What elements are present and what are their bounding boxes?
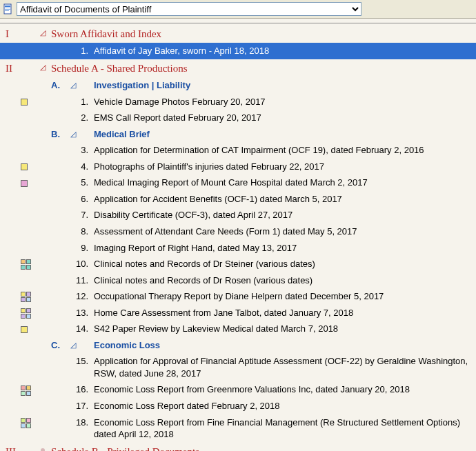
outline-item[interactable]: 1.Vehicle Damage Photos February 20, 201… (6, 94, 470, 110)
collapsed-dot-icon[interactable] (41, 448, 45, 451)
item-text: Economic Loss Report from Greenmore Valu… (94, 383, 470, 396)
section-roman: II (6, 61, 19, 75)
item-text: Imaging Report of Right Hand, dated May … (94, 242, 470, 254)
section-row[interactable]: IIISchedule B - Privileged Documents (6, 443, 470, 451)
item-number: 4. (70, 161, 92, 173)
outline-item[interactable]: 11.Clinical notes and Records of Dr Rose… (6, 272, 470, 289)
item-number: 9. (70, 242, 92, 254)
section-roman: I (6, 27, 19, 41)
category-box-icon (21, 326, 28, 333)
item-text: Economic Loss Report from Fine Financial… (94, 417, 470, 441)
item-text: Affidavit of Jay Baker, sworn - April 18… (94, 45, 470, 57)
svg-rect-4 (5, 10, 9, 11)
item-text: Medical Imaging Report of Mount Care Hos… (94, 177, 470, 189)
section-row[interactable]: I◿Sworn Affidavit and Index (6, 25, 470, 43)
section-roman: III (6, 445, 19, 451)
item-text: Occupational Therapy Report by Diane Hel… (94, 290, 470, 303)
category-grid-icon (21, 292, 31, 302)
page-icon (3, 3, 14, 14)
item-number: 1. (70, 96, 92, 108)
item-text: Application for Accident Benefits (OCF-1… (94, 193, 470, 206)
outline-item[interactable]: 8.Assessment of Attendant Care Needs (Fo… (6, 223, 470, 240)
item-text: S42 Paper Review by Lakeview Medical dat… (94, 323, 470, 335)
item-text: Photographs of Plaintiff's injuries date… (94, 161, 470, 173)
divider (0, 23, 476, 23)
section-title: Schedule B - Privileged Documents (51, 445, 470, 451)
item-number: 2. (70, 112, 92, 124)
item-number: 17. (70, 400, 92, 412)
subsection-letter: A. (51, 79, 69, 92)
outline-item[interactable]: 10.Clinical notes and Records of Dr Stei… (6, 256, 470, 272)
outline-item[interactable]: 16.Economic Loss Report from Greenmore V… (6, 381, 470, 398)
section-title: Sworn Affidavit and Index (51, 27, 470, 41)
category-box-icon (21, 163, 28, 170)
outline-item[interactable]: 12.Occupational Therapy Report by Diane … (6, 288, 470, 305)
svg-rect-2 (5, 8, 10, 8)
outline-item[interactable]: 15.Application for Approval of Financial… (6, 353, 470, 381)
item-number: 5. (70, 177, 92, 189)
outline-item[interactable]: 17.Economic Loss Report dated February 2… (6, 398, 470, 414)
item-number: 8. (70, 226, 92, 238)
category-grid-icon (21, 259, 31, 270)
category-grid-icon (21, 385, 31, 396)
item-text: Home Care Assessment from Jane Talbot, d… (94, 307, 470, 319)
outline-item[interactable]: 1.Affidavit of Jay Baker, sworn - April … (0, 43, 476, 59)
item-text: Disability Certificate (OCF-3), dated Ap… (94, 209, 470, 221)
expand-triangle-icon[interactable]: ◿ (40, 63, 46, 71)
subsection-row[interactable]: C.◿Economic Loss (6, 337, 470, 354)
category-box-icon (21, 180, 28, 187)
section-title: Schedule A - Shared Productions (51, 61, 470, 75)
outline-item[interactable]: 2.EMS Call Report dated February 20, 201… (6, 110, 470, 126)
category-grid-icon (21, 418, 31, 428)
item-text: Application for Approval of Financial Ap… (94, 355, 470, 379)
outline-item[interactable]: 18.Economic Loss Report from Fine Financ… (6, 414, 470, 443)
subsection-row[interactable]: B.◿Medical Brief (6, 126, 470, 143)
item-number: 3. (70, 144, 92, 157)
outline-item[interactable]: 14.S42 Paper Review by Lakeview Medical … (6, 321, 470, 337)
item-number: 1. (70, 45, 92, 57)
outline-item[interactable]: 3.Application for Determination of CAT I… (6, 142, 470, 159)
item-text: EMS Call Report dated February 20, 2017 (94, 112, 470, 124)
subsection-title: Economic Loss (94, 339, 470, 352)
item-number: 12. (70, 290, 92, 303)
outline-tree: I◿Sworn Affidavit and Index1.Affidavit o… (0, 25, 476, 451)
section-row[interactable]: II◿Schedule A - Shared Productions (6, 59, 470, 77)
item-text: Clinical notes and Records of Dr Rosen (… (94, 274, 470, 287)
item-number: 10. (70, 258, 92, 270)
subsection-title: Medical Brief (94, 128, 470, 141)
item-text: Vehicle Damage Photos February 20, 2017 (94, 96, 470, 108)
item-number: 13. (70, 307, 92, 319)
expand-triangle-icon[interactable]: ◿ (70, 81, 76, 89)
svg-rect-3 (5, 9, 10, 10)
toolbar: Affidavit of Documents of Plaintiff (0, 0, 476, 19)
item-number: 18. (70, 417, 92, 429)
subsection-title: Investigation | Liability (94, 79, 470, 92)
category-box-icon (21, 99, 28, 106)
outline-item[interactable]: 7.Disability Certificate (OCF-3), dated … (6, 207, 470, 223)
item-text: Economic Loss Report dated February 2, 2… (94, 400, 470, 412)
subsection-letter: B. (51, 128, 69, 141)
expand-triangle-icon[interactable]: ◿ (40, 29, 46, 37)
item-number: 6. (70, 193, 92, 206)
expand-triangle-icon[interactable]: ◿ (70, 130, 76, 138)
outline-item[interactable]: 5.Medical Imaging Report of Mount Care H… (6, 174, 470, 191)
outline-item[interactable]: 4.Photographs of Plaintiff's injuries da… (6, 159, 470, 175)
item-text: Clinical notes and Records of Dr Steiner… (94, 258, 470, 270)
item-text: Assessment of Attendant Care Needs (Form… (94, 226, 470, 238)
category-grid-icon (21, 308, 31, 319)
item-number: 15. (70, 355, 92, 368)
item-number: 16. (70, 383, 92, 396)
expand-triangle-icon[interactable]: ◿ (70, 341, 76, 349)
item-number: 7. (70, 209, 92, 221)
item-text: Application for Determination of CAT Imp… (94, 144, 470, 157)
outline-item[interactable]: 9.Imaging Report of Right Hand, dated Ma… (6, 240, 470, 257)
outline-item[interactable]: 13.Home Care Assessment from Jane Talbot… (6, 305, 470, 321)
item-number: 14. (70, 323, 92, 335)
subsection-letter: C. (51, 339, 69, 352)
subsection-row[interactable]: A.◿Investigation | Liability (6, 77, 470, 94)
outline-item[interactable]: 6.Application for Accident Benefits (OCF… (6, 191, 470, 208)
item-number: 11. (70, 274, 92, 287)
document-selector[interactable]: Affidavit of Documents of Plaintiff (17, 2, 361, 16)
svg-rect-1 (5, 6, 10, 7)
